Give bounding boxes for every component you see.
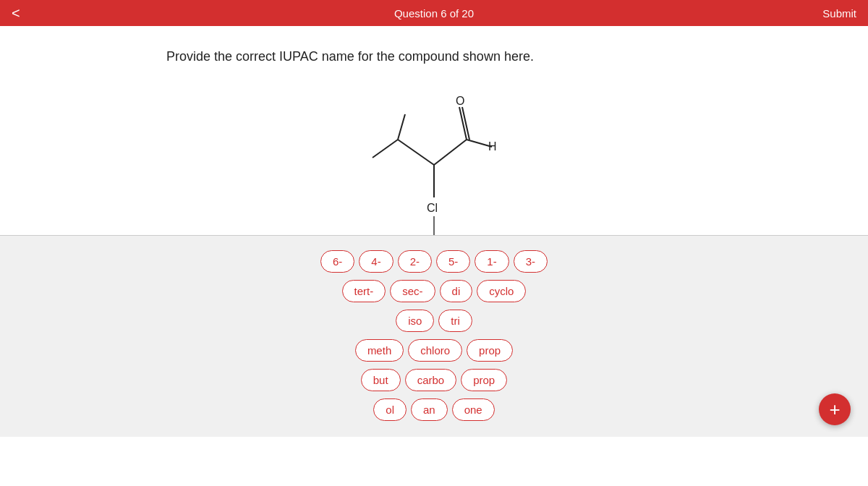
submit-button[interactable]: Submit (822, 7, 856, 20)
meth-button[interactable]: meth (355, 339, 404, 362)
root-row-2: but carbo prop (361, 369, 507, 391)
suffix-row: ol an one (373, 398, 494, 421)
question-text: Provide the correct IUPAC name for the c… (0, 49, 868, 64)
but-button[interactable]: but (361, 369, 401, 391)
prop-button-2[interactable]: prop (461, 369, 507, 391)
chemical-structure: O H Cl (333, 85, 535, 223)
svg-text:H: H (488, 140, 497, 153)
prefix-1-button[interactable]: 1- (475, 250, 509, 273)
svg-text:Cl: Cl (427, 202, 438, 214)
di-button[interactable]: di (440, 280, 473, 302)
prefix-2-button[interactable]: 2- (398, 250, 432, 273)
prefix-5-button[interactable]: 5- (436, 250, 470, 273)
molecule-diagram: O H Cl (0, 82, 868, 226)
one-button[interactable]: one (452, 398, 495, 421)
prefix-4-button[interactable]: 4- (359, 250, 393, 273)
svg-line-2 (398, 114, 405, 140)
qualifier-row-2: iso tri (396, 310, 472, 332)
cyclo-button[interactable]: cyclo (477, 280, 526, 302)
answer-buttons-section: 6- 4- 2- 5- 1- 3- tert- sec- di cyclo is… (0, 236, 868, 437)
header: < Question 6 of 20 Submit (0, 0, 868, 26)
svg-line-3 (434, 140, 467, 165)
prefix-6-button[interactable]: 6- (320, 250, 354, 273)
qualifier-row-1: tert- sec- di cyclo (342, 280, 527, 302)
tri-button[interactable]: tri (438, 310, 472, 332)
main-content: Provide the correct IUPAC name for the c… (0, 26, 868, 437)
carbo-button[interactable]: carbo (405, 369, 457, 391)
number-prefix-row: 6- 4- 2- 5- 1- 3- (320, 250, 548, 273)
fab-add-button[interactable]: + (819, 393, 851, 425)
sec-button[interactable]: sec- (390, 280, 435, 302)
chloro-button[interactable]: chloro (408, 339, 462, 362)
an-button[interactable]: an (411, 398, 448, 421)
back-button[interactable]: < (12, 6, 20, 20)
svg-line-0 (398, 140, 434, 165)
question-progress: Question 6 of 20 (394, 7, 474, 20)
tert-button[interactable]: tert- (342, 280, 386, 302)
svg-line-1 (373, 140, 398, 158)
prop-button-1[interactable]: prop (467, 339, 513, 362)
root-row-1: meth chloro prop (355, 339, 513, 362)
ol-button[interactable]: ol (373, 398, 407, 421)
prefix-3-button[interactable]: 3- (514, 250, 548, 273)
iso-button[interactable]: iso (396, 310, 434, 332)
svg-text:O: O (456, 95, 464, 107)
